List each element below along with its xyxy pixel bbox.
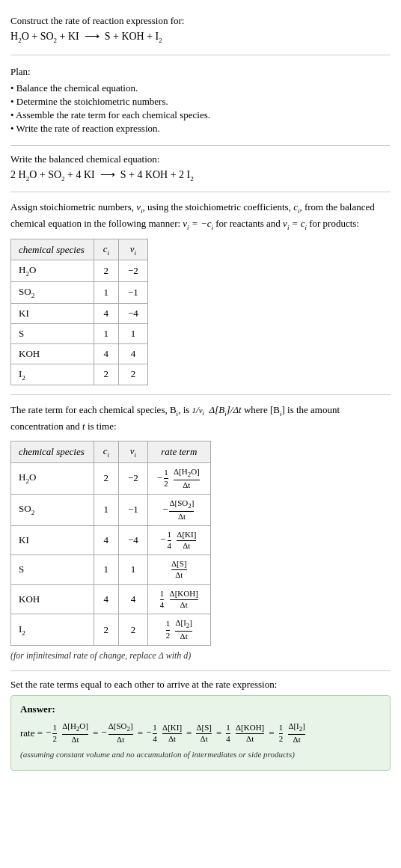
balanced-equation: 2 H2O + SO2 + 4 KI ⟶ S + 4 KOH + 2 I2 — [10, 168, 391, 183]
ci-i2: 2 — [94, 364, 118, 385]
table-row: I2 2 2 — [11, 364, 148, 385]
term-i2: 12 Δ[I2]Δt — [278, 721, 307, 745]
rt-species-i2: I2 — [11, 614, 94, 646]
eq1: = — [93, 724, 98, 743]
eq5: = — [269, 724, 274, 743]
species-h2o: H2O — [11, 260, 94, 282]
table-row: S 1 1 Δ[S]Δt — [11, 555, 211, 584]
rt-vi-koh: 4 — [119, 584, 148, 614]
eq4: = — [216, 724, 221, 743]
rate-label: rate = — [20, 724, 43, 743]
table-row: S 1 1 — [11, 323, 148, 343]
balanced-label: Write the balanced chemical equation: — [10, 153, 391, 165]
col-header-species: chemical species — [11, 239, 94, 260]
rate-terms-table: chemical species ci νi rate term H2O 2 −… — [10, 441, 211, 646]
construct-label: Construct the rate of reaction expressio… — [10, 15, 391, 27]
species-ki: KI — [11, 303, 94, 323]
table-row: SO2 1 −1 — [11, 281, 148, 303]
rt-ci-i2: 2 — [94, 614, 118, 646]
rt-species-s: S — [11, 555, 94, 584]
answer-box: Answer: rate = −12 Δ[H2O]Δt = −Δ[SO2]Δt … — [10, 695, 391, 771]
vi-s: 1 — [119, 323, 148, 343]
term-s: Δ[S]Δt — [195, 723, 213, 744]
col-header-ci: ci — [94, 239, 118, 260]
table-row: KOH 4 4 — [11, 343, 148, 364]
term-neg-so2: −Δ[SO2]Δt — [101, 721, 134, 745]
species-i2: I2 — [11, 364, 94, 385]
table-row: H2O 2 −2 −12 Δ[H2O]Δt — [11, 462, 211, 494]
eq3: = — [186, 724, 192, 743]
rt-col-species: chemical species — [11, 441, 94, 462]
answer-section: Set the rate terms equal to each other t… — [10, 671, 391, 777]
rate-text: The rate term for each chemical species,… — [10, 403, 391, 435]
table-row: KI 4 −4 — [11, 303, 148, 323]
rt-species-koh: KOH — [11, 584, 94, 614]
ci-h2o: 2 — [94, 260, 118, 282]
assuming-text: (assuming constant volume and no accumul… — [20, 748, 381, 762]
vi-so2: −1 — [119, 281, 148, 303]
rt-ci-koh: 4 — [94, 584, 118, 614]
assign-text: Assign stoichiometric numbers, νi, using… — [10, 200, 391, 233]
rt-species-h2o: H2O — [11, 462, 94, 494]
species-so2: SO2 — [11, 281, 94, 303]
plan-item-2: • Determine the stoichiometric numbers. — [10, 96, 391, 108]
rt-term-h2o: −12 Δ[H2O]Δt — [147, 462, 210, 494]
vi-ki: −4 — [119, 303, 148, 323]
term-koh: 14 Δ[KOH]Δt — [224, 723, 266, 744]
ci-s: 1 — [94, 323, 118, 343]
rt-term-koh: 14 Δ[KOH]Δt — [147, 584, 210, 614]
rt-vi-h2o: −2 — [119, 462, 148, 494]
table-row: H2O 2 −2 — [11, 260, 148, 282]
term-neg-ki: −14 Δ[KI]Δt — [146, 723, 183, 744]
balanced-section: Write the balanced chemical equation: 2 … — [10, 146, 391, 192]
footnote: (for infinitesimal rate of change, repla… — [10, 650, 391, 661]
rate-terms-section: The rate term for each chemical species,… — [10, 395, 391, 671]
stoichiometry-table: chemical species ci νi H2O 2 −2 SO2 1 −1… — [10, 239, 148, 385]
plan-section: Plan: • Balance the chemical equation. •… — [10, 58, 391, 146]
rt-ci-h2o: 2 — [94, 462, 118, 494]
rt-vi-s: 1 — [119, 555, 148, 584]
set-rate-label: Set the rate terms equal to each other t… — [10, 679, 391, 691]
vi-h2o: −2 — [119, 260, 148, 282]
rt-col-rateterm: rate term — [147, 441, 210, 462]
table-row: KI 4 −4 −14 Δ[KI]Δt — [11, 525, 211, 554]
col-header-vi: νi — [119, 239, 148, 260]
plan-item-4: • Write the rate of reaction expression. — [10, 123, 391, 135]
ci-koh: 4 — [94, 343, 118, 364]
plan-item-1: • Balance the chemical equation. — [10, 82, 391, 94]
species-s: S — [11, 323, 94, 343]
rt-vi-ki: −4 — [119, 525, 148, 554]
header-section: Construct the rate of reaction expressio… — [10, 7, 391, 55]
rt-vi-so2: −1 — [119, 494, 148, 525]
rt-term-i2: 12 Δ[I2]Δt — [147, 614, 210, 646]
answer-title: Answer: — [20, 703, 381, 715]
assign-section: Assign stoichiometric numbers, νi, using… — [10, 192, 391, 396]
table-row: I2 2 2 12 Δ[I2]Δt — [11, 614, 211, 646]
vi-koh: 4 — [119, 343, 148, 364]
rt-ci-ki: 4 — [94, 525, 118, 554]
species-koh: KOH — [11, 343, 94, 364]
plan-title: Plan: — [10, 66, 391, 78]
reaction-equation: H2O + SO2 + KI ⟶ S + KOH + I2 — [10, 30, 391, 44]
ci-so2: 1 — [94, 281, 118, 303]
rate-expression: rate = −12 Δ[H2O]Δt = −Δ[SO2]Δt = −14 Δ[… — [20, 721, 381, 762]
eq2: = — [138, 724, 143, 743]
vi-i2: 2 — [119, 364, 148, 385]
rt-ci-s: 1 — [94, 555, 118, 584]
rt-col-ci: ci — [94, 441, 118, 462]
ci-ki: 4 — [94, 303, 118, 323]
rt-vi-i2: 2 — [119, 614, 148, 646]
table-row: KOH 4 4 14 Δ[KOH]Δt — [11, 584, 211, 614]
rt-term-s: Δ[S]Δt — [147, 555, 210, 584]
rt-term-so2: −Δ[SO2]Δt — [147, 494, 210, 525]
rt-species-ki: KI — [11, 525, 94, 554]
plan-item-3: • Assemble the rate term for each chemic… — [10, 109, 391, 121]
rt-col-vi: νi — [119, 441, 148, 462]
rt-ci-so2: 1 — [94, 494, 118, 525]
term-neg-h2o: −12 Δ[H2O]Δt — [46, 721, 90, 745]
table-row: SO2 1 −1 −Δ[SO2]Δt — [11, 494, 211, 525]
rt-term-ki: −14 Δ[KI]Δt — [147, 525, 210, 554]
rt-species-so2: SO2 — [11, 494, 94, 525]
